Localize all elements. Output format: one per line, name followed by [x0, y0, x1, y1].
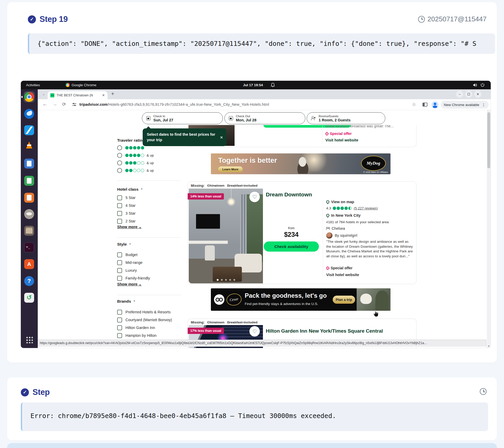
style-show-more[interactable]: Show more ⌄ [117, 282, 142, 286]
focused-app-label[interactable]: Google Chrome [66, 81, 96, 89]
activities-button[interactable]: Activities [26, 81, 40, 89]
gimp-icon[interactable] [24, 209, 35, 220]
check-in-picker[interactable]: Check InSun, Jul 27 [142, 112, 223, 124]
writer-icon[interactable] [24, 158, 35, 169]
radio-icon [117, 145, 122, 150]
app-grid-icon[interactable] [26, 336, 33, 343]
step-check-icon: ✓ [21, 388, 29, 396]
step-timestamp: 20250717@115447 [418, 15, 487, 23]
filter-checkbox-row[interactable]: Preferred Hotels & Resorts [117, 308, 172, 316]
vscode-icon[interactable] [24, 125, 35, 136]
volume-icon[interactable] [473, 83, 477, 87]
tab-search-chevron-icon[interactable]: ⌄ [41, 92, 46, 97]
filter-checkbox-row[interactable]: 4 Star [117, 202, 136, 209]
address-bar[interactable]: tripadvisor.com/Hotels-g60763-zfa3,9,917… [79, 99, 379, 110]
chrome-icon[interactable] [24, 91, 35, 102]
hotel-class-show-more[interactable]: Show more ⌄ [117, 225, 142, 229]
mydog-ad-banner[interactable]: Together is better Learn More MyDog © 20… [211, 153, 390, 174]
scrollbar-thumb[interactable] [487, 112, 490, 168]
power-icon[interactable] [481, 83, 484, 87]
impress-icon[interactable] [24, 192, 35, 203]
checkbox-icon [117, 195, 122, 200]
window-close-button[interactable]: ✕ [474, 91, 481, 98]
window-maximize-button[interactable] [465, 91, 472, 98]
brands-title[interactable]: Brands⌃ [117, 299, 136, 304]
filter-checkbox-row[interactable]: Hilton Garden Inn [117, 324, 172, 332]
save-heart-button[interactable]: ♡ [249, 192, 260, 202]
terminal-icon[interactable] [24, 242, 35, 253]
desktop-clock[interactable]: Jul 17 19:54 [243, 81, 263, 89]
visit-hotel-website-link[interactable]: Visit hotel website [325, 138, 358, 142]
filter-checkbox-row[interactable]: Hampton by Hilton [117, 332, 172, 339]
photo-carousel-dots[interactable] [217, 279, 235, 281]
rating-filter-option[interactable]: & up [117, 159, 154, 167]
hotel-name[interactable]: Hilton Garden Inn New York/Times Square … [266, 328, 383, 334]
visit-hotel-website-link[interactable]: Visit hotel website [326, 273, 359, 277]
tripadvisor-page: Check InSun, Jul 27 Check OutMon, Jul 28… [38, 110, 487, 348]
desktop-screenshot: Activities Google Chrome Jul 17 19:54 ⌄ … [21, 81, 491, 348]
filter-checkbox-row[interactable]: Mid-range [117, 259, 150, 266]
scroll-down-arrow-icon[interactable]: ▾ [487, 345, 491, 347]
tab-strip: ⌄ THE BEST Chinatown (N ✕ + – ✕ [38, 89, 491, 99]
filter-checkbox-row[interactable]: Budget [117, 251, 150, 259]
chrome-window: ⌄ THE BEST Chinatown (N ✕ + – ✕ ← → ⟳ [38, 89, 491, 348]
back-button[interactable]: ← [42, 101, 47, 107]
window-minimize-button[interactable]: – [456, 91, 463, 98]
tooltip-close-icon[interactable]: ✕ [220, 135, 223, 140]
step-19-header: ✓ Step 19 [28, 15, 68, 24]
checkbox-icon [117, 219, 122, 224]
software-icon[interactable] [24, 259, 35, 270]
reload-button[interactable]: ⟳ [62, 102, 66, 107]
ubuntu-top-bar: Activities Google Chrome Jul 17 19:54 [21, 81, 491, 89]
rooms-guests-picker[interactable]: Rooms/Guests1 Room, 2 Guests [307, 112, 385, 124]
hotel-photo[interactable] [189, 189, 263, 283]
tag-icon [326, 266, 330, 270]
calendar-icon [146, 116, 150, 120]
url-path: /Hotels-g60763-zfa3,9,9176,9179-zfn71023… [108, 102, 269, 107]
filter-checkbox-row[interactable]: Family-friendly [117, 274, 150, 282]
browser-tab[interactable]: THE BEST Chinatown (N ✕ [48, 91, 108, 99]
site-settings-icon[interactable] [72, 103, 76, 106]
tab-close-icon[interactable]: ✕ [102, 93, 105, 97]
rating-filter-option[interactable]: & up [117, 167, 154, 174]
vlc-icon[interactable] [24, 140, 35, 151]
reviews-link[interactable]: (5,227 reviews) [354, 206, 378, 210]
updater-icon[interactable] [24, 292, 35, 303]
chrome-update-button[interactable]: New Chrome available ⋮ [441, 101, 489, 109]
menu-kebab-icon[interactable]: ⋮ [482, 103, 486, 107]
dog-photo [293, 155, 312, 174]
save-heart-button[interactable]: ♡ [249, 326, 260, 337]
side-panel-icon[interactable] [423, 103, 427, 107]
clock-icon [480, 388, 487, 395]
files-icon[interactable] [24, 225, 35, 236]
bookmark-star-icon[interactable]: ☆ [412, 102, 416, 107]
filter-checkbox-row[interactable]: 5 Star [117, 194, 136, 202]
cesar-ad-banner[interactable]: Cesar Pack the goodness, let's go Find p… [211, 288, 390, 311]
plan-a-trip-button[interactable]: Plan a trip [333, 296, 355, 304]
thunderbird-icon[interactable] [24, 108, 35, 119]
tripadvisor-owl-logo [214, 294, 224, 305]
filter-checkbox-row[interactable]: Courtyard (Marriott Bonvoy) [117, 316, 172, 324]
filter-checkbox-row[interactable]: 3 Star [117, 209, 136, 217]
hotel-name[interactable]: Dream Downtown [266, 191, 312, 198]
error-code[interactable]: Error: chrome/b7895e80-f4d1-4648-bee0-4e… [21, 402, 488, 431]
action-json-code[interactable]: {"action": "DONE", "action_timestamp": "… [28, 33, 495, 54]
check-availability-button[interactable]: Check availability [264, 241, 319, 252]
dog-photo [357, 288, 390, 311]
step-check-icon: ✓ [28, 15, 36, 23]
learn-more-button[interactable]: Learn More [218, 166, 243, 172]
page-scrollbar[interactable]: ▾ [487, 110, 491, 348]
rating-filter-option[interactable]: & up [117, 152, 154, 159]
filter-checkbox-row[interactable]: 2 Star [117, 217, 136, 225]
profile-avatar[interactable] [432, 101, 438, 108]
help-icon[interactable] [24, 276, 35, 287]
forward-button[interactable]: → [52, 101, 57, 107]
style-title[interactable]: Style⌃ [117, 242, 131, 247]
price-from-label: from [264, 226, 319, 230]
check-out-picker[interactable]: Check OutMon, Jul 28 [224, 112, 305, 124]
filter-checkbox-row[interactable]: Luxury [117, 266, 150, 274]
view-on-map-link[interactable]: View on map [326, 200, 354, 204]
calc-icon[interactable] [24, 175, 35, 186]
new-tab-button[interactable]: + [111, 91, 114, 97]
hotel-class-title[interactable]: Hotel class⌃ [117, 187, 143, 192]
